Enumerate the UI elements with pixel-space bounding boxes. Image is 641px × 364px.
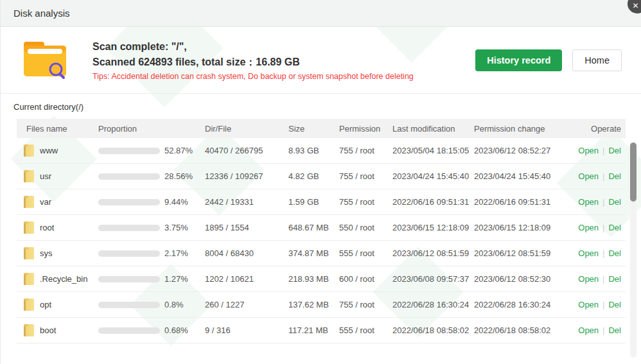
close-icon: ✕ — [632, 1, 638, 10]
operate-separator: | — [602, 248, 604, 258]
titlebar: Disk analysis — [1, 0, 641, 27]
table-row: .Recycle_bin 1.27% 1202 / 10621 218.93 M… — [17, 266, 626, 292]
operate-separator: | — [602, 171, 604, 181]
del-link[interactable]: Del — [608, 325, 621, 335]
last-modification: 2022/06/16 09:51:31 — [392, 197, 474, 207]
file-size: 648.67 MB — [288, 223, 339, 232]
header-operate: Operate — [558, 124, 626, 134]
operate-cell: Open|Del — [558, 197, 626, 207]
permission-value: 600 / root — [339, 274, 392, 284]
file-name-cell: var — [17, 196, 98, 208]
del-link[interactable]: Del — [608, 146, 621, 155]
file-name-cell: usr — [17, 170, 98, 182]
proportion-cell: 0.8% — [98, 300, 205, 309]
summary-actions: History record Home — [475, 49, 622, 71]
operate-separator: | — [602, 274, 604, 284]
table-body: www 52.87% 40470 / 266795 8.93 GB 755 / … — [17, 138, 626, 343]
scan-summary: Scan complete: "/", Scanned 624893 files… — [1, 27, 641, 94]
open-link[interactable]: Open — [578, 197, 599, 207]
open-link[interactable]: Open — [578, 274, 599, 284]
file-name-cell: root — [17, 221, 98, 234]
operate-separator: | — [602, 325, 604, 335]
file-name-cell: .Recycle_bin — [17, 273, 98, 285]
open-link[interactable]: Open — [578, 300, 599, 309]
header-size: Size — [288, 124, 339, 134]
file-size: 137.62 MB — [288, 300, 339, 309]
open-link[interactable]: Open — [578, 223, 599, 232]
last-modification: 2023/05/04 18:15:05 — [392, 146, 474, 155]
del-link[interactable]: Del — [608, 248, 621, 258]
operate-cell: Open|Del — [558, 325, 626, 335]
open-link[interactable]: Open — [578, 325, 599, 335]
dir-file-count: 260 / 1227 — [205, 300, 288, 309]
del-link[interactable]: Del — [608, 223, 621, 232]
file-name: var — [40, 197, 51, 207]
file-size: 117.21 MB — [288, 325, 339, 335]
open-link[interactable]: Open — [578, 171, 599, 181]
last-modification: 2023/06/08 09:57:37 — [392, 274, 474, 284]
operate-separator: | — [602, 197, 604, 207]
del-link[interactable]: Del — [608, 300, 621, 309]
open-link[interactable]: Open — [578, 248, 599, 258]
file-name-cell: www — [17, 144, 98, 157]
table-row: opt 0.8% 260 / 1227 137.62 MB 755 / root… — [17, 292, 626, 318]
vertical-scrollbar-thumb[interactable] — [630, 143, 637, 202]
proportion-cell: 52.87% — [98, 146, 205, 155]
file-name: .Recycle_bin — [40, 274, 87, 284]
proportion-cell: 0.68% — [98, 325, 205, 335]
operate-cell: Open|Del — [558, 248, 626, 258]
proportion-cell: 28.56% — [98, 171, 205, 181]
operate-cell: Open|Del — [558, 300, 626, 309]
file-size: 218.93 MB — [288, 274, 339, 284]
proportion-cell: 3.75% — [98, 223, 205, 232]
permission-value: 755 / root — [339, 197, 392, 207]
dir-file-count: 1202 / 10621 — [205, 274, 288, 284]
current-directory-label: Current directory(/) — [1, 94, 641, 119]
file-size: 4.82 GB — [288, 171, 339, 181]
proportion-bar — [98, 327, 160, 334]
proportion-value: 28.56% — [164, 171, 193, 181]
file-name: root — [40, 223, 54, 232]
dir-file-count: 2442 / 19331 — [205, 197, 288, 207]
proportion-cell: 1.27% — [98, 274, 205, 284]
file-name: opt — [40, 300, 51, 309]
last-modification: 2022/06/28 16:30:24 — [392, 300, 474, 309]
folder-icon — [24, 273, 34, 285]
table-row: sys 2.17% 8004 / 68430 374.87 MB 555 / r… — [17, 241, 626, 266]
proportion-bar — [98, 148, 160, 154]
file-name-cell: boot — [17, 324, 98, 336]
header-permission-change: Permission change — [474, 124, 558, 134]
folder-icon — [24, 144, 34, 157]
vertical-scrollbar-track[interactable] — [630, 143, 637, 358]
folder-icon — [24, 247, 34, 259]
proportion-cell: 2.17% — [98, 248, 205, 258]
del-link[interactable]: Del — [608, 274, 621, 284]
last-modification: 2022/06/18 08:58:02 — [392, 325, 474, 335]
header-files-name: Files name — [17, 124, 98, 134]
window-title: Disk analysis — [13, 8, 70, 19]
operate-cell: Open|Del — [558, 171, 626, 181]
del-link[interactable]: Del — [608, 171, 621, 181]
scan-summary-text: Scan complete: "/", Scanned 624893 files… — [92, 39, 414, 81]
permission-value: 555 / root — [339, 248, 392, 258]
header-dir-file: Dir/File — [205, 124, 288, 134]
header-permission: Permission — [339, 124, 392, 134]
permission-change: 2023/04/24 15:45:40 — [474, 171, 558, 181]
file-size: 374.87 MB — [288, 248, 339, 258]
home-button[interactable]: Home — [572, 49, 622, 71]
table-row: root 3.75% 1895 / 1554 648.67 MB 550 / r… — [17, 215, 626, 241]
operate-separator: | — [602, 300, 604, 309]
proportion-value: 0.68% — [164, 325, 188, 335]
folder-icon — [24, 170, 34, 182]
proportion-value: 52.87% — [164, 146, 193, 155]
proportion-bar — [98, 199, 160, 205]
open-link[interactable]: Open — [578, 146, 599, 155]
del-link[interactable]: Del — [608, 197, 621, 207]
history-record-button[interactable]: History record — [475, 49, 562, 71]
disk-analysis-window: ✕ Disk analysis Scan complete: "/", Scan… — [0, 0, 641, 364]
header-last-modification: Last modification — [392, 124, 474, 134]
file-name: usr — [40, 171, 51, 181]
dir-file-count: 12336 / 109267 — [205, 171, 288, 181]
header-proportion: Proportion — [98, 124, 205, 134]
table-row: usr 28.56% 12336 / 109267 4.82 GB 755 / … — [17, 164, 626, 189]
